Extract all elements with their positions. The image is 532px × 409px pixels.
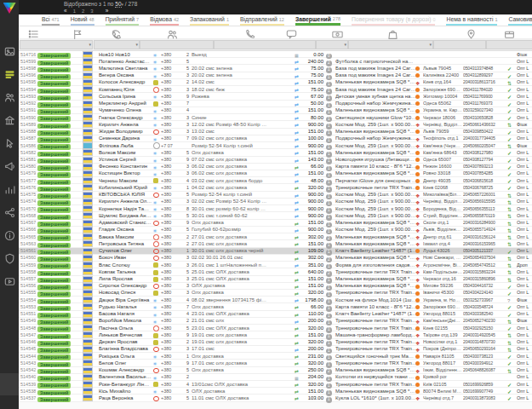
order-amount: 50.00 [302,100,326,107]
tracking-number: 20400316284900 [463,219,507,226]
chevron-down-icon: ▾ [429,42,432,48]
page-number[interactable]: 1 [73,9,76,14]
filter-cell[interactable] [140,40,214,49]
product-name: Клатч Baellerry Leather *1487* (1… [335,247,415,254]
nova-poshta-icon [415,354,420,359]
sidebar-item-cursor[interactable] [0,133,19,156]
sidebar-item-media[interactable] [0,41,19,64]
product-name: Маленькая видеокамера SQ8 *… [335,149,415,156]
page-size-dropdown[interactable]: 50 [115,1,121,8]
tab-Самовивіз[interactable]: Самовивіз2 [508,14,532,26]
phone-number: +380 [161,163,182,170]
order-id: 514568 [19,212,36,219]
nova-poshta-icon [415,298,420,302]
delivery-city: Нежин 16600 [423,163,463,170]
tab-label: Повернення товару (в дорозі) [352,16,431,22]
order-amount: 103.00 [302,395,326,401]
tab-Нема в наявності[interactable]: Нема в наявності1 [446,14,497,26]
calls-count: 9 [182,93,192,100]
nova-poshta-icon [415,291,420,296]
delivery-city: Днепр отд.61 [423,233,463,240]
client-name: Влас Слотюу [99,262,153,268]
sidebar-item-bank[interactable] [0,110,19,133]
filter-cell[interactable]: ▾ [316,40,348,49]
tab-Завершений[interactable]: Завершений278 [295,14,340,26]
order-comment: ОЛХ доставка [192,282,295,289]
sidebar-item-info[interactable] [0,225,19,248]
tab-Новий[interactable]: Новий48 [71,14,94,26]
first-page-icon[interactable]: « [64,8,67,14]
order-comment: 08.02 звернення 10734175 фі… [192,297,295,303]
order-tag: Опт L [517,198,531,204]
tab-Запакований[interactable]: Запакований1 [190,14,229,26]
order-amount: 200.00 [302,345,326,352]
app-logo-icon[interactable] [3,3,16,14]
calls-count: 3 [182,254,192,261]
order-tag: Опт L [517,135,531,141]
tab-Відправлений[interactable]: Відправлений12 [240,14,284,26]
sidebar-item-clients[interactable] [0,87,19,110]
filter-cell[interactable] [486,40,532,49]
tab-Прийнятий[interactable]: Прийнятий7 [106,14,139,26]
calls-count: 2 [182,78,192,85]
order-tag: Опт L [517,275,531,282]
sidebar-item-shield[interactable] [0,248,19,271]
filter-cell[interactable] [214,40,316,49]
calls-count: 4 [182,107,192,113]
order-tag: Опт L [517,282,531,289]
order-id: 514563 [19,240,36,247]
filter-cell[interactable]: ▾ [20,40,93,49]
order-comment: 02.02 30.01 26.01 смс [192,254,295,261]
source-olx-icon [153,234,159,240]
order-amount: 80.00 [302,114,326,121]
tab-Повернення товару (в дорозі)[interactable]: Повернення товару (в дорозі)0 [352,14,435,26]
delivery-city: Київ 02105 [423,381,463,388]
tab-Всі[interactable]: Всі471 [42,14,60,26]
product-name: Маленькая видеокамера SQ8 *… [335,254,415,261]
sidebar-item-orders[interactable] [0,64,19,87]
order-tag: Опт L [517,325,531,331]
filter-cell[interactable]: ▾ [348,40,433,49]
order-tag: Опт L [517,345,531,352]
filter-cell[interactable]: ▾ [94,40,140,49]
tracking-number: 0504300394912 [463,360,507,366]
product-name: Маленькая видеокамера SQ8 *… [335,366,415,373]
last-page-icon[interactable]: » [106,8,109,14]
calls-count: 1 [182,353,192,360]
sidebar-item-megaphone[interactable] [0,156,19,179]
filter-cell[interactable] [433,40,486,49]
page-number[interactable]: 3 [90,9,93,14]
sidebar-item-share[interactable] [0,202,19,225]
calls-count: 3 [182,128,192,135]
tab-Відмова[interactable]: Відмова42 [150,14,179,26]
sidebar-item-stats[interactable] [0,179,19,202]
delivery-city: Львів 79059 [423,128,463,135]
order-amount: 900.00 [302,191,326,198]
status-tabs: Всі471Новий48Прийнятий7Відмова42Запакова… [19,14,532,26]
order-comment: 19.01 смс олх доставка [192,338,295,345]
page-number[interactable]: 2 [82,9,84,14]
calls-count: 3 [182,72,192,78]
order-amount: 1798.00 [302,297,326,303]
tracking-number: 20450654743512 [463,262,507,268]
tracking-number: 0504307854285 [463,170,507,176]
product-name: Футболка с патриотической на… [335,58,415,65]
calls-count: 3 [182,262,192,268]
calls-count: 3 [182,86,192,93]
calls-count: 2 [182,338,192,345]
product-name: Кукла LOL *1610* (1шт. х 103.00… [335,395,415,401]
tracking-number: 0504303382540 [463,310,507,317]
sidebar-item-video[interactable] [0,271,19,294]
product-name: Карта памяти 10 класс - 8Гб *12… [335,163,415,170]
client-name: Рокіцька Ольга [99,353,153,360]
order-id: 514561 [19,247,36,254]
phone-number: +380 [161,114,182,121]
order-id: 514576 [19,184,36,191]
order-id: 514560 [19,254,36,261]
order-id: 514593 [19,93,36,100]
product-name: Тренировочные петли TRX Train… [335,338,415,345]
orders-icon [4,68,15,84]
order-comment: 27.01 смс олх доставка [192,233,295,240]
client-name: Колосок Александр [99,78,153,85]
order-row[interactable]: 514537ЗавершенийРаца Вероніка+380511.01 … [19,395,532,401]
